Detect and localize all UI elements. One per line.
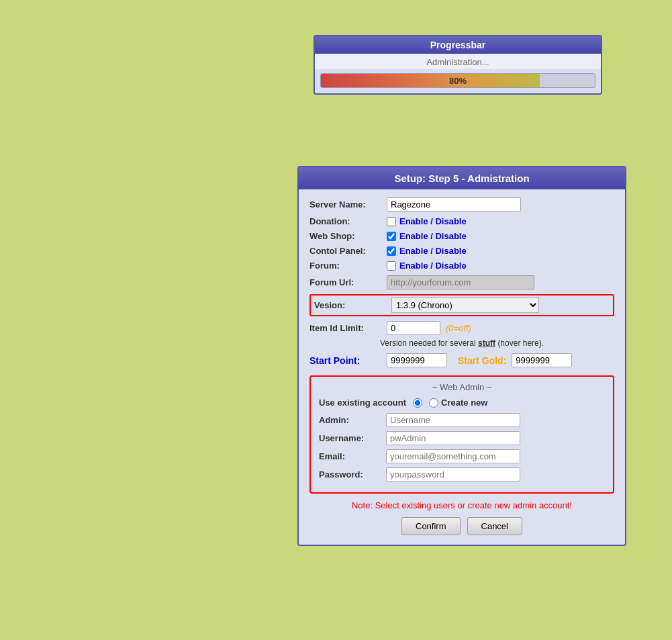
start-gold-label: Start Gold: xyxy=(458,355,506,366)
webshop-enable-disable: Enable / Disable xyxy=(399,231,467,241)
email-label: Email: xyxy=(319,451,386,461)
start-point-label: Start Point: xyxy=(309,355,387,366)
version-note-text: Version needed for several xyxy=(380,338,476,348)
forum-url-label: Forum Url: xyxy=(309,277,387,287)
password-row: Password: xyxy=(319,467,605,482)
username-row: Username: xyxy=(319,431,605,445)
admin-input[interactable] xyxy=(386,413,520,427)
confirm-button[interactable]: Confirm xyxy=(401,517,461,535)
forum-checkbox[interactable] xyxy=(387,261,396,271)
donation-label: Donation: xyxy=(309,216,387,226)
forum-url-input[interactable] xyxy=(387,275,534,289)
donation-checkbox[interactable] xyxy=(387,217,396,226)
donation-enable-disable: Enable / Disable xyxy=(399,216,467,226)
web-admin-section: ~ Web Admin ~ Use existing account Creat… xyxy=(309,375,614,494)
email-row: Email: xyxy=(319,449,605,463)
progressbar-track: 80% xyxy=(315,69,601,93)
vesion-label: Vesion: xyxy=(314,300,391,310)
control-panel-label: Contol Panel: xyxy=(309,246,387,256)
webshop-checkbox[interactable] xyxy=(387,232,396,241)
password-label: Password: xyxy=(319,469,386,479)
start-gold-input[interactable] xyxy=(512,353,572,367)
setup-dialog: Setup: Step 5 - Admistration Server Name… xyxy=(297,166,626,546)
use-existing-radio[interactable] xyxy=(413,398,422,408)
password-input[interactable] xyxy=(386,467,520,482)
webshop-checkbox-label[interactable]: Enable / Disable xyxy=(387,231,467,241)
note-text: Note: Select existing users or create ne… xyxy=(309,500,614,510)
setup-body: Server Name: Donation: Enable / Disable … xyxy=(299,189,625,545)
donation-checkbox-label[interactable]: Enable / Disable xyxy=(387,216,467,226)
forum-label: Forum: xyxy=(309,261,387,271)
account-type-row: Use existing account Create new xyxy=(319,398,605,408)
forum-row: Forum: Enable / Disable xyxy=(309,261,614,271)
username-input[interactable] xyxy=(386,431,520,445)
control-panel-checkbox-label[interactable]: Enable / Disable xyxy=(387,246,467,256)
version-note: Version needed for several stuff (hover … xyxy=(309,338,614,348)
progressbar-percent: 80% xyxy=(321,74,595,88)
create-new-radio[interactable] xyxy=(429,398,438,408)
zero-off-text: (0=off) xyxy=(446,323,471,333)
cancel-button[interactable]: Cancel xyxy=(467,517,522,535)
item-id-input[interactable] xyxy=(387,321,440,335)
donation-row: Donation: Enable / Disable xyxy=(309,216,614,226)
button-row: Confirm Cancel xyxy=(309,517,614,535)
item-id-row: Item Id Limit: (0=off) xyxy=(309,321,614,335)
forum-enable-disable: Enable / Disable xyxy=(399,261,467,271)
version-note-link[interactable]: stuff xyxy=(478,338,495,348)
use-existing-radio-option[interactable] xyxy=(413,398,422,408)
progressbar-label: Administration... xyxy=(315,54,601,69)
admin-row: Admin: xyxy=(319,413,605,427)
username-label: Username: xyxy=(319,433,386,443)
email-input[interactable] xyxy=(386,449,520,463)
forum-url-row: Forum Url: xyxy=(309,275,614,289)
create-new-label: Create new xyxy=(441,398,487,408)
setup-title: Setup: Step 5 - Admistration xyxy=(299,167,625,189)
server-name-input[interactable] xyxy=(387,197,521,212)
control-panel-row: Contol Panel: Enable / Disable xyxy=(309,246,614,256)
item-id-label: Item Id Limit: xyxy=(309,323,387,333)
progressbar-title: Progressbar xyxy=(315,36,601,54)
progressbar-widget: Progressbar Administration... 80% xyxy=(314,35,602,95)
start-point-input[interactable] xyxy=(387,353,447,367)
admin-label: Admin: xyxy=(319,415,386,425)
web-admin-title: ~ Web Admin ~ xyxy=(319,382,605,392)
start-row: Start Point: Start Gold: xyxy=(309,353,614,367)
server-name-row: Server Name: xyxy=(309,197,614,212)
progressbar-bar-outer: 80% xyxy=(320,73,595,88)
control-panel-checkbox[interactable] xyxy=(387,246,396,256)
create-new-radio-option[interactable]: Create new xyxy=(429,398,487,408)
version-note-hover: (hover here). xyxy=(497,338,544,348)
vesion-row: Vesion: 1.3.9 (Chrono) 1.4.0 1.3.8 1.3.7 xyxy=(309,294,614,316)
control-panel-enable-disable: Enable / Disable xyxy=(399,246,467,256)
use-existing-label: Use existing account xyxy=(319,398,406,408)
forum-checkbox-label[interactable]: Enable / Disable xyxy=(387,261,467,271)
webshop-label: Web Shop: xyxy=(309,231,387,241)
vesion-select[interactable]: 1.3.9 (Chrono) 1.4.0 1.3.8 1.3.7 xyxy=(391,298,539,313)
server-name-label: Server Name: xyxy=(309,199,387,210)
webshop-row: Web Shop: Enable / Disable xyxy=(309,231,614,241)
